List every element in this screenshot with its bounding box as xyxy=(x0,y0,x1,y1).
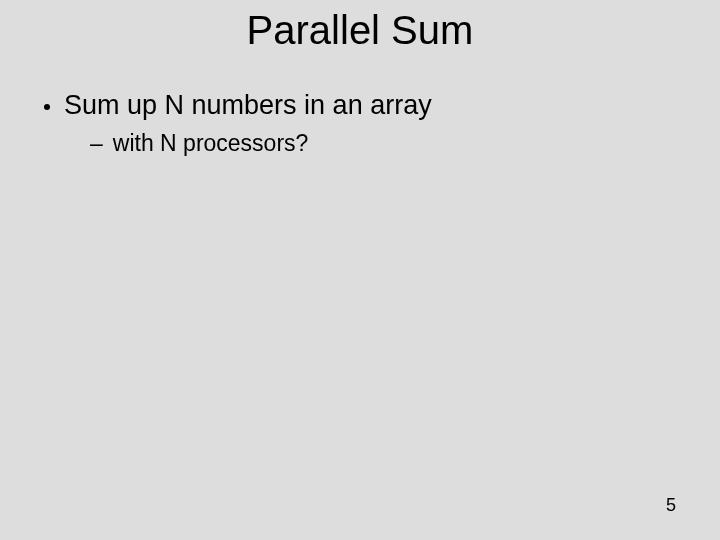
bullet-level-2: – with N processors? xyxy=(90,130,308,157)
bullet-dash-icon: – xyxy=(90,130,103,157)
bullet-level-1: Sum up N numbers in an array xyxy=(44,90,432,121)
page-number: 5 xyxy=(666,495,676,516)
bullet-level-1-text: Sum up N numbers in an array xyxy=(64,90,432,121)
slide-title: Parallel Sum xyxy=(0,8,720,53)
bullet-level-2-text: with N processors? xyxy=(113,130,309,157)
bullet-dot-icon xyxy=(44,104,50,110)
slide: Parallel Sum Sum up N numbers in an arra… xyxy=(0,0,720,540)
